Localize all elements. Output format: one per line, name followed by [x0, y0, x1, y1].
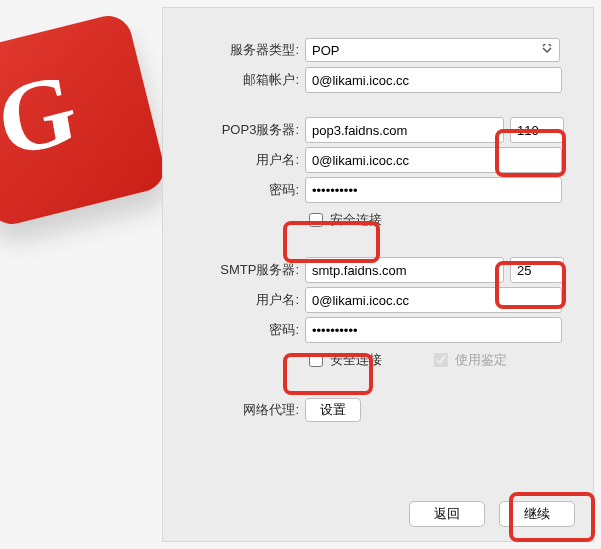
label-mail-account: 邮箱帐户: — [181, 71, 305, 89]
label-pop3-password: 密码: — [181, 181, 305, 199]
smtp-secure-checkbox[interactable]: 安全连接 — [305, 350, 382, 370]
label-proxy: 网络代理: — [181, 401, 305, 419]
label-smtp-username: 用户名: — [181, 291, 305, 309]
smtp-host-input[interactable] — [305, 257, 504, 283]
smtp-auth-box — [434, 353, 448, 367]
label-pop3-server: POP3服务器: — [181, 121, 305, 139]
smtp-secure-box[interactable] — [309, 353, 323, 367]
config-panel: 服务器类型: POP 邮箱帐户: POP3服务器: 用户名: 密码: — [162, 7, 594, 542]
label-smtp-password: 密码: — [181, 321, 305, 339]
pop3-secure-label: 安全连接 — [330, 211, 382, 229]
label-server-type: 服务器类型: — [181, 41, 305, 59]
smtp-auth-label: 使用鉴定 — [455, 351, 507, 369]
server-type-select[interactable]: POP — [305, 38, 560, 62]
pop3-port-input[interactable] — [510, 117, 564, 143]
smtp-port-input[interactable] — [510, 257, 564, 283]
pop3-secure-checkbox[interactable]: 安全连接 — [305, 210, 382, 230]
app-logo — [0, 11, 169, 229]
smtp-pass-input[interactable] — [305, 317, 562, 343]
back-button[interactable]: 返回 — [409, 501, 485, 527]
label-pop3-username: 用户名: — [181, 151, 305, 169]
smtp-secure-label: 安全连接 — [330, 351, 382, 369]
pop3-pass-input[interactable] — [305, 177, 562, 203]
pop3-host-input[interactable] — [305, 117, 504, 143]
proxy-settings-button[interactable]: 设置 — [305, 398, 361, 422]
pop3-secure-box[interactable] — [309, 213, 323, 227]
pop3-user-input[interactable] — [305, 147, 562, 173]
smtp-user-input[interactable] — [305, 287, 562, 313]
mail-account-input[interactable] — [305, 67, 562, 93]
continue-button[interactable]: 继续 — [499, 501, 575, 527]
smtp-auth-checkbox: 使用鉴定 — [430, 350, 507, 370]
label-smtp-server: SMTP服务器: — [181, 261, 305, 279]
